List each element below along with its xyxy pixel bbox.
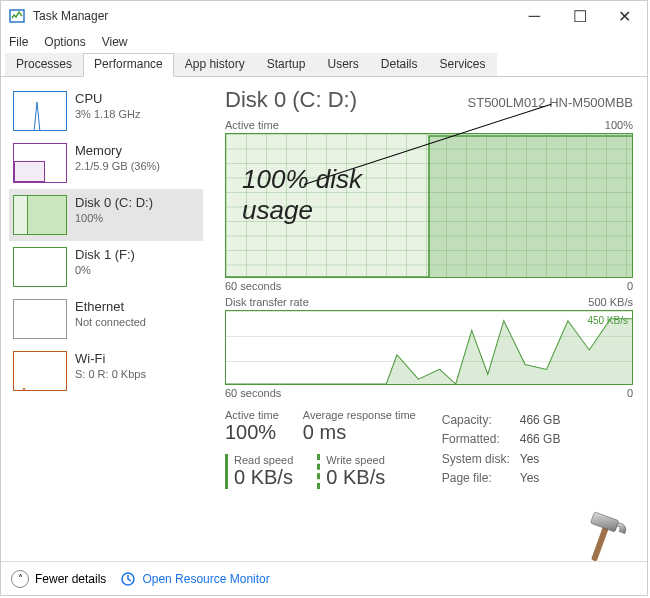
hammer-icon (572, 508, 632, 568)
active-time-chart: 100% diskusage (225, 133, 633, 278)
wifi-title: Wi-Fi (75, 351, 146, 366)
active-time-x0: 60 seconds (225, 280, 281, 292)
minimize-button[interactable]: ─ (512, 1, 557, 31)
menu-file[interactable]: File (9, 35, 28, 49)
pagefile-val: Yes (520, 470, 569, 488)
sidebar-item-memory[interactable]: Memory2.1/5.9 GB (36%) (9, 137, 203, 189)
formatted-val: 466 GB (520, 431, 569, 449)
active-time-x1: 0 (627, 280, 633, 292)
menubar: File Options View (1, 31, 647, 53)
active-time-metric-val: 100% (225, 421, 279, 444)
svg-rect-2 (591, 526, 609, 562)
maximize-button[interactable]: ☐ (557, 1, 602, 31)
tab-startup[interactable]: Startup (256, 53, 317, 76)
disk0-mini-chart (13, 195, 67, 235)
disk-properties: Capacity:466 GB Formatted:466 GB System … (440, 409, 571, 489)
capacity-key: Capacity: (442, 411, 518, 429)
sysdisk-key: System disk: (442, 450, 518, 468)
sidebar-item-disk0[interactable]: Disk 0 (C: D:)100% (9, 189, 203, 241)
avg-resp-val: 0 ms (303, 421, 416, 444)
wifi-sub: S: 0 R: 0 Kbps (75, 368, 146, 380)
active-time-label: Active time (225, 119, 279, 131)
read-speed-label: Read speed (234, 454, 293, 466)
sidebar-item-wifi[interactable]: Wi-FiS: 0 R: 0 Kbps (9, 345, 203, 397)
cpu-mini-chart (13, 91, 67, 131)
open-resource-monitor-link[interactable]: Open Resource Monitor (120, 571, 269, 587)
ethernet-mini-chart (13, 299, 67, 339)
task-manager-window: Task Manager ─ ☐ ✕ File Options View Pro… (0, 0, 648, 596)
transfer-x0: 60 seconds (225, 387, 281, 399)
titlebar[interactable]: Task Manager ─ ☐ ✕ (1, 1, 647, 31)
write-speed-val: 0 KB/s (326, 466, 385, 489)
sidebar: CPU3% 1.18 GHz Memory2.1/5.9 GB (36%) Di… (1, 77, 211, 561)
footer: ˄ Fewer details Open Resource Monitor (1, 561, 647, 595)
menu-options[interactable]: Options (44, 35, 85, 49)
cpu-sub: 3% 1.18 GHz (75, 108, 140, 120)
memory-sub: 2.1/5.9 GB (36%) (75, 160, 160, 172)
write-speed-label: Write speed (326, 454, 385, 466)
menu-view[interactable]: View (102, 35, 128, 49)
tab-details[interactable]: Details (370, 53, 429, 76)
active-time-chart-block: Active time100% 100% diskusage 60 second… (225, 119, 633, 292)
disk1-title: Disk 1 (F:) (75, 247, 135, 262)
disk0-sub: 100% (75, 212, 153, 224)
transfer-x1: 0 (627, 387, 633, 399)
active-time-max: 100% (605, 119, 633, 131)
tab-performance[interactable]: Performance (83, 53, 174, 77)
avg-resp-label: Average response time (303, 409, 416, 421)
memory-mini-chart (13, 143, 67, 183)
metrics: Active time100% Average response time0 m… (225, 409, 633, 489)
cpu-title: CPU (75, 91, 140, 106)
fewer-details-button[interactable]: ˄ Fewer details (11, 570, 106, 588)
main-panel: Disk 0 (C: D:) ST500LM012 HN-M500MBB Act… (211, 77, 647, 561)
page-title: Disk 0 (C: D:) (225, 87, 357, 113)
tab-services[interactable]: Services (429, 53, 497, 76)
capacity-val: 466 GB (520, 411, 569, 429)
disk0-title: Disk 0 (C: D:) (75, 195, 153, 210)
sidebar-item-disk1[interactable]: Disk 1 (F:)0% (9, 241, 203, 293)
memory-title: Memory (75, 143, 160, 158)
close-button[interactable]: ✕ (602, 1, 647, 31)
tab-processes[interactable]: Processes (5, 53, 83, 76)
wifi-mini-chart (13, 351, 67, 391)
transfer-label: Disk transfer rate (225, 296, 309, 308)
disk-model: ST500LM012 HN-M500MBB (468, 95, 633, 110)
sysdisk-val: Yes (520, 450, 569, 468)
ethernet-title: Ethernet (75, 299, 146, 314)
ethernet-sub: Not connected (75, 316, 146, 328)
resource-monitor-icon (120, 571, 136, 587)
read-speed-val: 0 KB/s (234, 466, 293, 489)
resmon-label: Open Resource Monitor (142, 572, 269, 586)
formatted-key: Formatted: (442, 431, 518, 449)
transfer-max: 500 KB/s (588, 296, 633, 308)
chevron-up-icon: ˄ (11, 570, 29, 588)
tab-apphistory[interactable]: App history (174, 53, 256, 76)
active-time-metric-label: Active time (225, 409, 279, 421)
content: CPU3% 1.18 GHz Memory2.1/5.9 GB (36%) Di… (1, 77, 647, 561)
tabbar: Processes Performance App history Startu… (1, 53, 647, 77)
sidebar-item-cpu[interactable]: CPU3% 1.18 GHz (9, 85, 203, 137)
window-title: Task Manager (33, 9, 108, 23)
app-icon (9, 8, 25, 24)
sidebar-item-ethernet[interactable]: EthernetNot connected (9, 293, 203, 345)
transfer-chart-block: Disk transfer rate500 KB/s 450 KB/s 60 s… (225, 296, 633, 399)
pagefile-key: Page file: (442, 470, 518, 488)
transfer-chart: 450 KB/s (225, 310, 633, 385)
disk1-sub: 0% (75, 264, 135, 276)
fewer-details-label: Fewer details (35, 572, 106, 586)
tab-users[interactable]: Users (316, 53, 369, 76)
disk1-mini-chart (13, 247, 67, 287)
